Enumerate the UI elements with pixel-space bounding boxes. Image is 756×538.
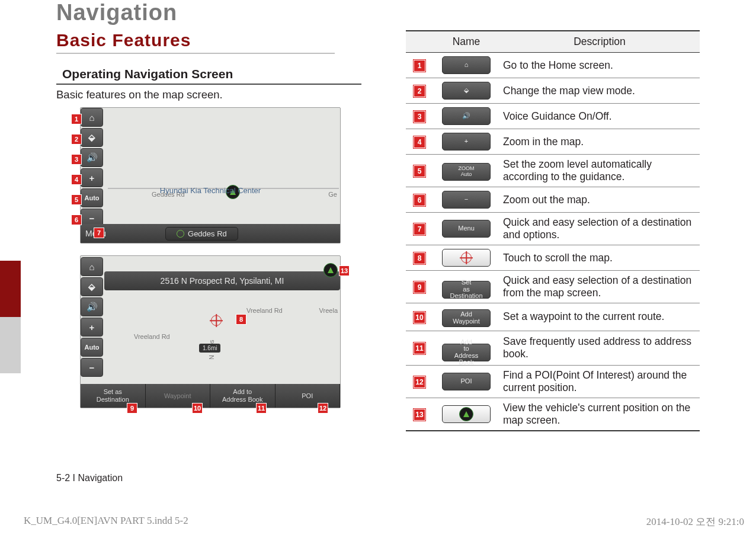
callout-3: 3 <box>71 154 82 165</box>
home-icon: ⌂ <box>81 108 103 127</box>
right-column: Name Description 1⌂Go to the Home screen… <box>406 30 700 431</box>
callout-1: 1 <box>71 114 82 124</box>
page-footer: 5-2 I Navigation <box>56 473 123 483</box>
callout-12: 12 <box>318 403 328 414</box>
row-desc: Zoom in the map. <box>499 129 700 155</box>
table-row: 10AddWaypointSet a waypoint to the curre… <box>406 303 700 331</box>
recenter-icon <box>323 263 338 277</box>
callout-10: 10 <box>192 403 203 414</box>
viewmode-icon: ⬙ <box>81 128 103 147</box>
plus-icon: + <box>81 168 103 187</box>
row-num: 11 <box>414 342 425 354</box>
row-num: 8 <box>414 252 425 264</box>
autozoom-icon: Auto <box>81 338 103 357</box>
row-desc: View the vehicle's current position on t… <box>499 398 700 431</box>
callout-5: 5 <box>71 194 82 205</box>
autozoom-icon: Auto <box>81 188 103 207</box>
table-row: 1⌂Go to the Home screen. <box>406 53 700 78</box>
table-row: 4+Zoom in the map. <box>406 129 700 155</box>
address-bar: 2516 N Prospect Rd, Ypsilanti, MI <box>104 271 340 290</box>
voice-icon: 🔊 <box>81 148 103 167</box>
intro-text: Basic features on the map screen. <box>56 88 364 101</box>
viewmode-icon: ⬙ <box>81 277 103 296</box>
row-icon: ZOOMAuto <box>433 155 499 187</box>
row-icon: 🔊 <box>433 104 499 129</box>
table-row: 9SetasDestinationQuick and easy selectio… <box>406 271 700 303</box>
table-row: 3🔊Voice Guidance On/Off. <box>406 104 700 129</box>
row-icon: − <box>433 187 499 213</box>
road-label-2: Ge <box>328 191 337 198</box>
row-icon: AddWaypoint <box>433 303 499 331</box>
map-screenshot-2: ⌂ ⬙ 🔊 + Auto − 2516 N Prospect Rd, Ypsil… <box>80 255 341 408</box>
table-row: 13View the vehicle's current position on… <box>406 398 700 431</box>
row-icon <box>433 245 499 271</box>
row-desc: Set the zoom level automatically accordi… <box>499 155 700 187</box>
row-num: 3 <box>414 111 425 123</box>
table-row: 8Touch to scroll the map. <box>406 245 700 271</box>
subsection-title: Operating Navigation Screen <box>56 67 361 85</box>
map-screenshot-1: ⌂ ⬙ 🔊 + Auto − 1 2 3 4 5 6 7 Geddes Rd G… <box>80 107 341 244</box>
row-icon: ⬙ <box>433 78 499 104</box>
row-num: 6 <box>414 194 425 206</box>
row-num: 5 <box>414 165 425 177</box>
row-num: 12 <box>414 376 425 388</box>
row-icon: POI <box>433 365 499 398</box>
row-desc: Save frequently used address to address … <box>499 331 700 365</box>
row-desc: Find a POI(Point Of Interest) around the… <box>499 365 700 398</box>
route-pill: Geddes Rd <box>165 227 238 241</box>
row-desc: Change the map view mode. <box>499 78 700 104</box>
minus-icon: − <box>81 358 103 377</box>
compass-icon <box>177 230 184 238</box>
row-desc: Go to the Home screen. <box>499 53 700 78</box>
bottom-buttons: Set as Destination Waypoint Add to Addre… <box>81 384 340 408</box>
th-desc: Description <box>499 31 700 53</box>
row-icon: ⌂ <box>433 53 499 78</box>
table-row: 7MenuQuick and easy selection of a desti… <box>406 213 700 245</box>
row-num: 9 <box>414 281 425 293</box>
row-icon: SetasDestination <box>433 271 499 303</box>
callout-4: 4 <box>71 174 82 185</box>
crosshair-icon <box>211 315 222 328</box>
plus-icon: + <box>81 318 103 337</box>
row-icon: + <box>433 129 499 155</box>
row-num: 10 <box>414 312 425 324</box>
callout-8: 8 <box>236 314 246 325</box>
row-icon: AddtoAddressBook <box>433 331 499 365</box>
side-tab-red <box>0 261 21 317</box>
row-num: 7 <box>414 223 425 235</box>
th-name: Name <box>433 31 499 53</box>
table-row: 6−Zoom out the map. <box>406 187 700 213</box>
voice-icon: 🔊 <box>81 297 103 316</box>
section-title: Basic Features <box>56 30 335 54</box>
poi-button: POI <box>276 384 341 408</box>
home-icon: ⌂ <box>81 257 103 276</box>
print-footer-left: K_UM_G4.0[EN]AVN PART 5.indd 5-2 <box>24 515 188 529</box>
table-row: 12POIFind a POI(Point Of Interest) aroun… <box>406 365 700 398</box>
row-desc: Touch to scroll the map. <box>499 245 700 271</box>
row-icon: Menu <box>433 213 499 245</box>
row-desc: Set a waypoint to the current route. <box>499 303 700 331</box>
row-num: 4 <box>414 136 425 148</box>
table-row: 11AddtoAddressBookSave frequently used a… <box>406 331 700 365</box>
distance-badge: 1.6mi <box>199 344 220 353</box>
row-desc: Quick and easy selection of a destinatio… <box>499 271 700 303</box>
row-num: 2 <box>414 85 425 97</box>
row-icon <box>433 398 499 431</box>
chapter-title: Navigation <box>56 0 700 25</box>
callout-11: 11 <box>256 403 267 414</box>
left-column: Basic Features Operating Navigation Scre… <box>56 30 364 408</box>
road-c: Vreeland Rd <box>134 333 170 340</box>
callout-7: 7 <box>94 228 104 238</box>
callout-6: 6 <box>71 214 82 225</box>
menu-bar: Menu Geddes Rd <box>81 224 340 243</box>
table-row: 2⬙Change the map view mode. <box>406 78 700 104</box>
page-content: Navigation Basic Features Operating Navi… <box>56 0 700 502</box>
row-num: 13 <box>414 409 425 421</box>
row-desc: Quick and easy selection of a destinatio… <box>499 213 700 245</box>
callout-2: 2 <box>71 134 82 145</box>
legend-table: Name Description 1⌂Go to the Home screen… <box>406 30 700 431</box>
road-b: Vreela <box>319 307 338 314</box>
side-tab-grey <box>0 317 21 373</box>
row-desc: Zoom out the map. <box>499 187 700 213</box>
row-num: 1 <box>414 60 425 72</box>
